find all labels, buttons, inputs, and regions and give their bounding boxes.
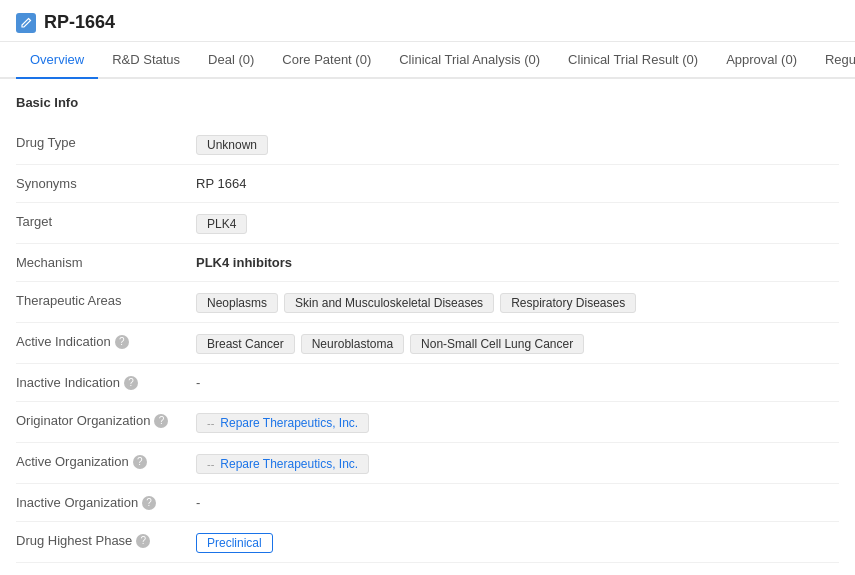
row-value: RP 1664 xyxy=(196,174,839,191)
section-title: Basic Info xyxy=(16,95,839,110)
help-icon[interactable]: ? xyxy=(154,414,168,428)
row-label: Active Organization? xyxy=(16,452,196,469)
help-icon[interactable]: ? xyxy=(124,376,138,390)
tab-regulation-0-[interactable]: Regulation (0) xyxy=(811,42,855,79)
org-dots: -- xyxy=(207,458,214,470)
row-value: - xyxy=(196,493,839,510)
row-value: PLK4 xyxy=(196,212,839,234)
table-row: First Approval Date(Global)- xyxy=(16,563,839,575)
tag: Breast Cancer xyxy=(196,334,295,354)
tag: Skin and Musculoskeletal Diseases xyxy=(284,293,494,313)
org-tag: --Repare Therapeutics, Inc. xyxy=(196,454,369,474)
row-value: NeoplasmsSkin and Musculoskeletal Diseas… xyxy=(196,291,839,313)
tag: Respiratory Diseases xyxy=(500,293,636,313)
row-dash: - xyxy=(196,495,200,510)
row-label: Active Indication? xyxy=(16,332,196,349)
tab-clinical-trial-analysis-0-[interactable]: Clinical Trial Analysis (0) xyxy=(385,42,554,79)
page-header: RP-1664 xyxy=(0,0,855,42)
table-row: Originator Organization?--Repare Therape… xyxy=(16,402,839,443)
tab-r-d-status[interactable]: R&D Status xyxy=(98,42,194,79)
edit-icon[interactable] xyxy=(16,13,36,33)
tab-core-patent-0-[interactable]: Core Patent (0) xyxy=(268,42,385,79)
tag: PLK4 xyxy=(196,214,247,234)
row-value: PLK4 inhibitors xyxy=(196,253,839,270)
row-value: Breast CancerNeuroblastomaNon-Small Cell… xyxy=(196,332,839,354)
page-title: RP-1664 xyxy=(44,12,115,33)
row-value: --Repare Therapeutics, Inc. xyxy=(196,411,839,433)
tag: Neuroblastoma xyxy=(301,334,404,354)
org-link[interactable]: Repare Therapeutics, Inc. xyxy=(220,457,358,471)
info-table: Drug TypeUnknownSynonymsRP 1664TargetPLK… xyxy=(16,124,839,575)
org-link[interactable]: Repare Therapeutics, Inc. xyxy=(220,416,358,430)
tab-approval-0-[interactable]: Approval (0) xyxy=(712,42,811,79)
org-dots: -- xyxy=(207,417,214,429)
row-label: Originator Organization? xyxy=(16,411,196,428)
table-row: Inactive Indication?- xyxy=(16,364,839,402)
table-row: TargetPLK4 xyxy=(16,203,839,244)
tag: Non-Small Cell Lung Cancer xyxy=(410,334,584,354)
tag: Neoplasms xyxy=(196,293,278,313)
row-value: --Repare Therapeutics, Inc. xyxy=(196,452,839,474)
help-icon[interactable]: ? xyxy=(133,455,147,469)
row-text: RP 1664 xyxy=(196,176,246,191)
content-area: Basic Info Drug TypeUnknownSynonymsRP 16… xyxy=(0,79,855,575)
table-row: SynonymsRP 1664 xyxy=(16,165,839,203)
row-label: Inactive Indication? xyxy=(16,373,196,390)
table-row: Active Indication?Breast CancerNeuroblas… xyxy=(16,323,839,364)
help-icon[interactable]: ? xyxy=(115,335,129,349)
help-icon[interactable]: ? xyxy=(142,496,156,510)
row-label: Inactive Organization? xyxy=(16,493,196,510)
tab-deal-0-[interactable]: Deal (0) xyxy=(194,42,268,79)
help-icon[interactable]: ? xyxy=(136,534,150,548)
row-value: - xyxy=(196,373,839,390)
tab-overview[interactable]: Overview xyxy=(16,42,98,79)
table-row: Active Organization?--Repare Therapeutic… xyxy=(16,443,839,484)
row-label: Synonyms xyxy=(16,174,196,191)
table-row: Drug TypeUnknown xyxy=(16,124,839,165)
row-label: Mechanism xyxy=(16,253,196,270)
row-label: Therapeutic Areas xyxy=(16,291,196,308)
row-value: Unknown xyxy=(196,133,839,155)
row-value: Preclinical xyxy=(196,531,839,553)
table-row: Drug Highest Phase?Preclinical xyxy=(16,522,839,563)
tag: Unknown xyxy=(196,135,268,155)
table-row: Therapeutic AreasNeoplasmsSkin and Muscu… xyxy=(16,282,839,323)
row-label: Drug Highest Phase? xyxy=(16,531,196,548)
row-label: Target xyxy=(16,212,196,229)
table-row: Inactive Organization?- xyxy=(16,484,839,522)
table-row: MechanismPLK4 inhibitors xyxy=(16,244,839,282)
tabs-bar: OverviewR&D StatusDeal (0)Core Patent (0… xyxy=(0,42,855,79)
tab-clinical-trial-result-0-[interactable]: Clinical Trial Result (0) xyxy=(554,42,712,79)
row-text-bold: PLK4 inhibitors xyxy=(196,255,292,270)
org-tag: --Repare Therapeutics, Inc. xyxy=(196,413,369,433)
row-label: Drug Type xyxy=(16,133,196,150)
tag[interactable]: Preclinical xyxy=(196,533,273,553)
row-dash: - xyxy=(196,375,200,390)
